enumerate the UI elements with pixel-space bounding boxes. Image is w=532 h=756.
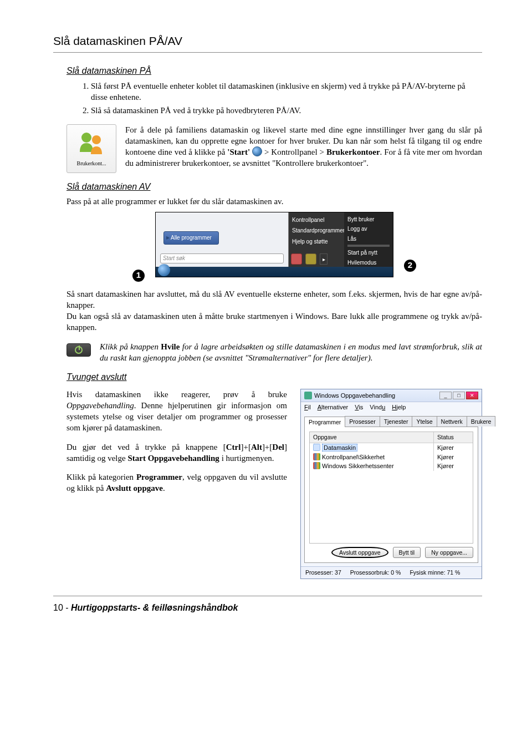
start-menu-screenshot: ▶ Alle programmer Start søk Kontrollpane… [155, 212, 393, 277]
power-off-text: Pass på at alle programmer er lukket før… [66, 196, 482, 207]
window-icon [304, 392, 312, 399]
table-row: Datamaskin Kjører [310, 443, 473, 453]
shutdown-arrow-icon: ▸ [320, 253, 328, 265]
task-list: Oppgave Status Datamaskin Kjører Kontrol… [309, 432, 473, 544]
list-item: Slå så datamaskinen PÅ ved å trykke på h… [91, 105, 482, 116]
status-bar: Prosesser: 37 Prosessorbruk: 0 % Fysisk … [301, 566, 482, 578]
end-task-button: Avslutt oppgave [331, 547, 388, 558]
after-shutdown-text-2: Du kan også slå av datamaskinen uten å m… [66, 311, 482, 333]
user-accounts-info: For å dele på familiens datamaskin og li… [125, 124, 482, 169]
task-manager-window: Windows Oppgavebehandling _ □ ✕ FFilil A… [300, 389, 482, 579]
heading-power-on: Slå datamaskinen PÅ [66, 65, 482, 77]
user-accounts-icon: Brukerkont... [66, 124, 116, 173]
svg-point-0 [81, 133, 91, 143]
forced-shutdown-text: Hvis datamaskinen ikke reagerer, prøv å … [66, 389, 287, 502]
tab-programs: Programmer [304, 417, 345, 427]
all-programs-button: ▶ Alle programmer [163, 231, 219, 245]
heading-power-off: Slå datamaskinen AV [66, 181, 482, 193]
callout-2: 2 [404, 260, 416, 272]
power-button-icon [291, 253, 302, 265]
after-shutdown-text-1: Så snart datamaskinen har avsluttet, må … [66, 288, 482, 311]
taskbar [156, 267, 393, 277]
divider [53, 596, 482, 596]
shield-icon [313, 453, 320, 460]
start-orb-icon [252, 146, 262, 156]
lock-button-icon [305, 253, 316, 265]
tab-services: Tjenester [380, 416, 413, 427]
shutdown-submenu: Bytt bruker Logg av Lås Start på nytt Hv… [344, 212, 393, 267]
callout-1: 1 [132, 270, 145, 282]
switch-to-button: Bytt til [393, 547, 421, 558]
tab-users: Brukere [467, 416, 496, 427]
sleep-info: Klikk på knappen Hvile for å lagre arbei… [100, 341, 482, 364]
maximize-icon: □ [453, 392, 465, 399]
window-title: Windows Oppgavebehandling [314, 392, 395, 400]
minimize-icon: _ [439, 392, 452, 399]
svg-point-1 [92, 135, 101, 144]
heading-forced-shutdown: Tvunget avslutt [66, 371, 482, 383]
shield-icon [313, 462, 320, 469]
computer-icon [313, 444, 320, 451]
table-row: Windows Sikkerhetssenter Kjører [310, 461, 473, 471]
start-orb-icon [158, 264, 170, 276]
tab-bar: Programmer Prosesser Tjenester Ytelse Ne… [304, 416, 478, 427]
start-search-input: Start søk [160, 253, 284, 263]
list-item: Slå først PÅ eventuelle enheter koblet t… [91, 80, 482, 103]
new-task-button: Ny oppgave... [425, 547, 473, 558]
close-icon: ✕ [466, 392, 478, 399]
tab-processes: Prosesser [345, 416, 380, 427]
page-title: Slå datamaskinen PÅ/AV [53, 33, 482, 53]
user-accounts-label: Brukerkont... [76, 160, 106, 168]
page-footer: 10 - Hurtigoppstarts- & feilløsningshånd… [53, 602, 482, 614]
table-row: Kontrollpanel\Sikkerhet Kjører [310, 453, 473, 462]
tab-performance: Ytelse [412, 416, 437, 427]
tab-networking: Nettverk [437, 416, 467, 427]
sleep-button-icon [66, 343, 91, 357]
menu-bar: FFilil Alternativer Vis Vindu Hjelp [301, 402, 482, 413]
power-on-list: Slå først PÅ eventuelle enheter koblet t… [79, 80, 482, 116]
